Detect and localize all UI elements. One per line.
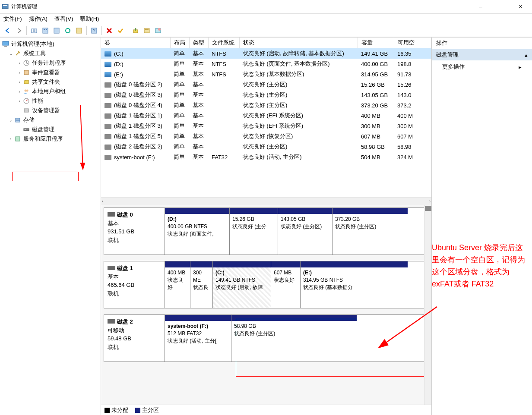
table-row[interactable]: (D:)简单基本NTFS状态良好 (页面文件, 基本数据分区)400.00 GB… (101, 59, 431, 69)
partition[interactable]: (C:)149.41 GB NTFS状态良好 (启动, 故障 (213, 261, 271, 308)
tool-button-2[interactable] (142, 25, 152, 36)
menu-help[interactable]: 帮助(H) (80, 15, 99, 23)
col-status[interactable]: 状态 (239, 38, 358, 48)
tree-local-users[interactable]: › 本地用户和组 (0, 87, 101, 96)
up-button[interactable] (29, 25, 39, 36)
tree-system-tools[interactable]: ⌄ 系统工具 (0, 49, 101, 58)
partition[interactable]: 143.05 GB状态良好 (主分区) (278, 208, 332, 255)
table-row[interactable]: (磁盘 0 磁盘分区 2)简单基本状态良好 (主分区)15.26 GB15.26 (101, 79, 431, 90)
clock-icon (22, 60, 30, 66)
expand-icon[interactable]: › (16, 99, 22, 104)
col-free[interactable]: 可用空 (394, 38, 431, 48)
tool-button-1[interactable] (130, 25, 141, 36)
disk-row: 磁盘 0基本931.51 GB联机(D:)400.00 GB NTFS状态良好 … (104, 208, 429, 255)
vertical-scrollbar[interactable] (424, 205, 431, 405)
scroll-right-icon[interactable]: › (429, 199, 431, 204)
col-filesystem[interactable]: 文件系统 (208, 38, 239, 48)
table-row[interactable]: (磁盘 1 磁盘分区 1)简单基本状态良好 (EFI 系统分区)400 MB40… (101, 110, 431, 121)
actions-section[interactable]: 磁盘管理 ▴ (432, 49, 532, 60)
volume-icon (104, 72, 111, 77)
menu-view[interactable]: 查看(V) (54, 15, 73, 23)
menu-action[interactable]: 操作(A) (29, 15, 48, 23)
horizontal-scrollbar[interactable]: ‹ › (101, 197, 431, 205)
table-row[interactable]: (磁盘 0 磁盘分区 3)简单基本状态良好 (主分区)143.05 GB143.… (101, 90, 431, 100)
col-capacity[interactable]: 容量 (358, 38, 394, 48)
collapse-icon[interactable]: ⌄ (8, 118, 14, 123)
partition[interactable]: 400 MB状态良好 (165, 261, 190, 308)
tree-root[interactable]: 计算机管理(本地) (0, 39, 101, 49)
back-button[interactable] (3, 25, 13, 36)
expand-icon[interactable]: › (16, 70, 22, 75)
collapse-icon[interactable]: ⌄ (8, 51, 14, 56)
volume-icon (104, 124, 111, 129)
table-row[interactable]: (C:)简单基本NTFS状态良好 (启动, 故障转储, 基本数据分区)149.4… (101, 48, 431, 59)
tree-disk-management[interactable]: 磁盘管理 (0, 125, 101, 134)
device-icon (22, 107, 30, 114)
view-button-1[interactable] (40, 25, 51, 36)
partition[interactable]: 607 MB状态良好 (271, 261, 301, 308)
tree-label: 存储 (23, 116, 35, 124)
tools-icon (14, 50, 22, 57)
chevron-right-icon: ▸ (519, 64, 522, 70)
table-row[interactable]: (E:)简单基本NTFS状态良好 (基本数据分区)314.95 GB91.73 (101, 69, 431, 79)
storage-icon (14, 116, 22, 123)
forward-button[interactable] (14, 25, 24, 36)
svg-rect-6 (54, 28, 59, 33)
view-button-3[interactable] (74, 25, 84, 36)
tree-device-manager[interactable]: 设备管理器 (0, 106, 101, 115)
tree-storage[interactable]: ⌄ 存储 (0, 115, 101, 125)
volume-list[interactable]: 卷 布局 类型 文件系统 状态 容量 可用空 (C:)简单基本NTFS状态良好 … (101, 38, 431, 197)
svg-rect-5 (46, 29, 47, 30)
menu-file[interactable]: 文件(F) (3, 15, 22, 23)
table-row[interactable]: system-boot (F:)简单基本FAT32状态良好 (活动, 主分区)5… (101, 152, 431, 162)
tool-button-3[interactable] (153, 25, 163, 36)
partition[interactable]: system-boot (F:)512 MB FAT32状态良好 (活动, 主分… (165, 315, 231, 362)
tree-label: 共享文件夹 (32, 78, 60, 86)
partition[interactable]: 373.20 GB状态良好 (主分区) (332, 208, 408, 255)
svg-rect-0 (2, 4, 8, 9)
close-button[interactable]: ✕ (510, 0, 530, 13)
disk-info[interactable]: 磁盘 0基本931.51 GB联机 (104, 208, 165, 255)
expand-icon[interactable]: › (16, 61, 22, 66)
tree-shared-folders[interactable]: › 共享文件夹 (0, 77, 101, 87)
partition[interactable]: 15.26 GB状态良好 (主分 (230, 208, 278, 255)
check-button[interactable] (115, 25, 126, 36)
tree-label: 系统工具 (23, 50, 46, 57)
expand-icon[interactable]: › (16, 89, 22, 94)
table-row[interactable]: (磁盘 0 磁盘分区 4)简单基本状态良好 (主分区)373.20 GB373.… (101, 100, 431, 110)
table-row[interactable]: (磁盘 2 磁盘分区 2)简单基本状态良好 (主分区)58.98 GB58.98 (101, 141, 431, 152)
col-layout[interactable]: 布局 (170, 38, 189, 48)
expand-icon[interactable]: › (16, 80, 22, 85)
partition[interactable]: 300 ME状态良 (190, 261, 213, 308)
disk-icon (108, 266, 115, 270)
expand-icon[interactable]: › (8, 137, 14, 141)
tree-services[interactable]: › 服务和应用程序 (0, 134, 101, 144)
tree-event-viewer[interactable]: › 事件查看器 (0, 68, 101, 77)
tree-task-scheduler[interactable]: › 任务计划程序 (0, 58, 101, 68)
svg-rect-27 (25, 129, 26, 130)
center-panel: 卷 布局 类型 文件系统 状态 容量 可用空 (C:)简单基本NTFS状态良好 … (101, 38, 432, 415)
svg-rect-19 (24, 70, 28, 75)
delete-button[interactable] (104, 25, 114, 36)
partition[interactable]: (E:)314.95 GB NTFS状态良好 (基本数据分 (301, 261, 408, 308)
maximize-button[interactable]: ☐ (491, 0, 510, 13)
disk-info[interactable]: 磁盘 1基本465.64 GB联机 (104, 261, 165, 308)
scroll-left-icon[interactable]: ‹ (102, 199, 103, 204)
minimize-button[interactable]: ─ (471, 0, 491, 13)
col-type[interactable]: 类型 (189, 38, 208, 48)
col-volume[interactable]: 卷 (101, 38, 170, 48)
actions-more[interactable]: 更多操作 ▸ (432, 60, 532, 73)
legend-unallocated: 未分配 (104, 406, 128, 414)
refresh-button[interactable] (63, 25, 73, 36)
disk-info[interactable]: 磁盘 2可移动59.48 GB联机 (104, 314, 165, 362)
tree-performance[interactable]: › 性能 (0, 96, 101, 106)
view-button-2[interactable] (51, 25, 62, 36)
partition[interactable]: (D:)400.00 GB NTFS状态良好 (页面文件, (165, 208, 230, 255)
help-button[interactable]: ? (89, 25, 99, 36)
collapse-icon[interactable]: ▴ (525, 52, 528, 58)
volume-header-row: 卷 布局 类型 文件系统 状态 容量 可用空 (101, 38, 431, 48)
table-row[interactable]: (磁盘 1 磁盘分区 5)简单基本状态良好 (恢复分区)607 MB607 M (101, 131, 431, 141)
table-row[interactable]: (磁盘 1 磁盘分区 3)简单基本状态良好 (EFI 系统分区)300 MB30… (101, 121, 431, 131)
partition[interactable]: 58.98 GB状态良好 (主分区) (231, 315, 357, 362)
svg-rect-13 (145, 29, 149, 30)
